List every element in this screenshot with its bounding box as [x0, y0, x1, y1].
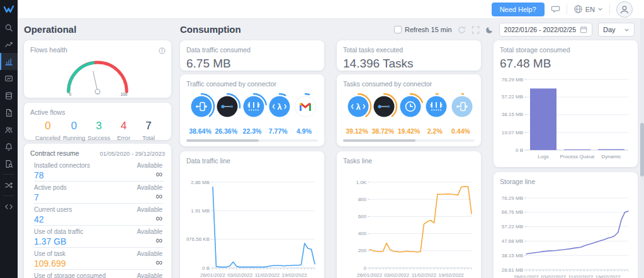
sidebar-item-search[interactable]	[0, 19, 18, 36]
flow-stat-canceled: 0 Canceled	[35, 120, 60, 141]
divider	[567, 4, 567, 14]
connector-item[interactable]: λ 7.77%	[266, 93, 291, 135]
data-traffic-line-chart: 2.86 MB1.91 MB976.56 KB0 B26/01/202203/0…	[186, 178, 318, 278]
contract-row-value: 7	[34, 192, 164, 202]
consumption-controls: Refresh 15 min 2022/01/26 - 2022/02/25 D…	[394, 23, 635, 37]
infinity-icon: ∞	[155, 235, 162, 245]
svg-text:976.56 KB: 976.56 KB	[186, 236, 210, 242]
connector-item[interactable]: 0.44%	[448, 93, 473, 135]
svg-text:0: 0	[69, 92, 72, 96]
consumption-title: Consumption	[180, 24, 241, 35]
stat-title: Total storage consumed	[500, 46, 631, 54]
flow-connector-icon	[448, 93, 476, 120]
code-icon	[4, 202, 13, 211]
user-avatar[interactable]	[616, 1, 633, 18]
svg-text:38.15 MB: 38.15 MB	[502, 253, 523, 258]
connector-percentage: 19.42%	[397, 127, 422, 135]
fullscreen-icon[interactable]	[472, 26, 480, 34]
chart-title: Storage line	[500, 178, 631, 185]
svg-text:26/01/2022: 26/01/2022	[200, 272, 226, 278]
connector-item[interactable]: 38.64%	[188, 93, 213, 135]
page-scrollbar-thumb[interactable]	[640, 123, 644, 177]
language-selector[interactable]: EN	[573, 4, 603, 14]
connector-item[interactable]: 38.72%	[370, 93, 395, 135]
scrollbar-thumb[interactable]	[186, 139, 259, 142]
tasks-by-connector-card: Tasks consumed by connector λ 39.12% 38.…	[337, 74, 481, 146]
svg-text:11/02/2022: 11/02/2022	[255, 272, 280, 278]
contract-resume-title: Contract resume	[30, 149, 79, 157]
flow-stat-label: Error	[113, 134, 135, 141]
flow-stat-label: Total	[137, 134, 160, 141]
svg-text:57.22 MB: 57.22 MB	[502, 94, 523, 100]
database-icon	[4, 91, 13, 100]
chat-icon[interactable]	[551, 4, 560, 14]
svg-text:λ: λ	[356, 102, 361, 112]
sidebar-item-bar-chart[interactable]	[0, 53, 18, 70]
sidebar-item-users[interactable]	[0, 121, 18, 138]
flows-health-gauge: 0100	[35, 54, 161, 96]
connector-item[interactable]: 22.3%	[240, 93, 265, 135]
globe-icon	[573, 4, 583, 14]
contract-row-value: 78	[34, 170, 164, 180]
chevron-down-icon	[624, 27, 630, 33]
app-logo-icon[interactable]	[0, 0, 18, 19]
date-range-input[interactable]: 2022/01/26 - 2022/02/25	[499, 23, 592, 37]
bar-chart-icon	[4, 57, 13, 66]
period-select[interactable]: Day	[598, 23, 635, 37]
contract-row-value: 1.37 GB	[34, 236, 164, 246]
refresh-checkbox[interactable]	[394, 26, 402, 33]
connector-card-title: Tasks consumed by connector	[343, 80, 475, 88]
connector-percentage: 7.77%	[266, 127, 291, 135]
svg-text:0: 0	[364, 265, 367, 271]
sidebar-item-document[interactable]: a	[0, 104, 18, 121]
flow-stat-success: 3 Success	[88, 120, 110, 141]
data-traffic-consumed-card: Data traffic consumed 6.75 MB	[180, 40, 324, 71]
sidebar-item-notifications[interactable]	[0, 138, 18, 155]
svg-text:19/02/2022: 19/02/2022	[282, 272, 308, 278]
traffic-by-connector-card: Traffic consumed by connector 38.64% 26.…	[180, 74, 324, 146]
scrollbar-thumb[interactable]	[343, 139, 415, 142]
dots-link-icon	[370, 93, 398, 120]
connector-item[interactable]: 2.2%	[422, 93, 448, 135]
chart-title: Data traffic line	[186, 157, 318, 165]
sidebar-item-shuffle[interactable]	[0, 177, 18, 194]
svg-text:19/02/2022: 19/02/2022	[596, 274, 621, 278]
storage-bar-chart: 76.29 MB57.22 MB38.15 MB19.07 MB0 BLogsP…	[500, 76, 631, 165]
contract-row-value: 42	[34, 214, 164, 224]
monitor-icon	[4, 74, 13, 83]
svg-text:a: a	[8, 112, 9, 115]
chevron-down-icon	[597, 6, 603, 12]
stat-value: 14.396 Tasks	[343, 57, 475, 71]
sidebar-item-monitor[interactable]	[0, 70, 18, 87]
sidebar-item-code[interactable]	[0, 198, 18, 215]
infinity-icon: ∞	[155, 257, 162, 267]
svg-text:100: 100	[121, 92, 128, 96]
document-icon: a	[4, 108, 13, 117]
need-help-button[interactable]: Need Help?	[492, 3, 545, 16]
active-flows-title: Active flows	[30, 108, 165, 116]
file-search-icon	[4, 159, 13, 168]
available-label: Available	[137, 272, 162, 278]
data-traffic-line-card: Data traffic line 2.86 MB1.91 MB976.56 K…	[180, 151, 324, 278]
svg-text:2.86 MB: 2.86 MB	[191, 180, 210, 185]
flow-stat-value: 0	[63, 120, 86, 132]
flows-health-title: Flows health	[30, 46, 165, 54]
flow-stat-value: 4	[113, 120, 135, 132]
pipes-icon	[422, 93, 450, 120]
stat-title: Data traffic consumed	[186, 46, 318, 54]
sidebar-item-database[interactable]	[0, 87, 18, 104]
contract-row: Active pods 7 Available ∞	[34, 182, 164, 204]
flow-stat-total: 7 Total	[137, 120, 160, 141]
connector-item[interactable]: 4.9%	[291, 93, 317, 135]
connector-item[interactable]: 19.42%	[397, 93, 422, 135]
dark-mode-icon[interactable]	[485, 26, 494, 34]
dots-link-icon	[213, 93, 241, 120]
connector-item[interactable]: 26.36%	[213, 93, 239, 135]
connector-item[interactable]: λ 39.12%	[344, 93, 370, 135]
flow-stat-running: 0 Running	[63, 120, 86, 141]
sidebar-item-file-search[interactable]	[0, 155, 18, 172]
operational-title: Operational	[24, 24, 76, 35]
sidebar: a	[0, 0, 18, 278]
refresh-icon[interactable]	[458, 26, 466, 34]
sidebar-item-trend-chart[interactable]	[0, 36, 18, 53]
